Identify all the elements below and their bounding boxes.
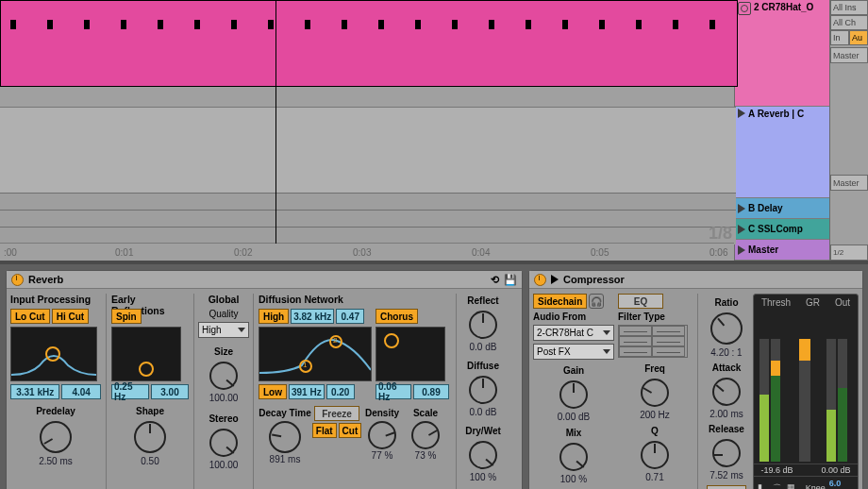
device-chain: Reverb ⟲ 💾 Input Processing Lo Cut Hi Cu… (0, 264, 868, 489)
locut-button[interactable]: Lo Cut (10, 309, 50, 324)
device-reverb: Reverb ⟲ 💾 Input Processing Lo Cut Hi Cu… (6, 270, 523, 489)
auto-button[interactable]: Auto (707, 485, 746, 489)
decay-knob[interactable] (269, 421, 301, 453)
early-amt[interactable]: 3.00 (151, 384, 189, 399)
play-icon[interactable] (738, 245, 745, 255)
diff-low-button[interactable]: Low (259, 384, 287, 399)
thresh-meter[interactable] (760, 339, 785, 462)
play-icon[interactable] (738, 204, 745, 213)
chevron-down-icon (603, 330, 610, 335)
save-icon[interactable]: 💾 (504, 274, 517, 286)
filter-type-grid[interactable] (618, 325, 688, 358)
time-ruler[interactable]: :00 0:01 0:02 0:03 0:04 0:05 0:06 (0, 243, 734, 261)
play-icon[interactable] (738, 109, 745, 118)
out-meter[interactable] (826, 339, 852, 462)
device-compressor: Compressor Sidechain 🎧 Audio From 2-CR78… (528, 270, 863, 489)
track-header-areverb[interactable]: A Reverb | C (735, 107, 829, 198)
return-lane-b[interactable] (0, 193, 736, 211)
diff-high-button[interactable]: High (259, 309, 289, 324)
automation-lane[interactable] (0, 107, 736, 194)
expand-icon[interactable] (551, 275, 559, 284)
track-header-bdelay[interactable]: B Delay (735, 198, 829, 219)
spin-button[interactable]: Spin (111, 309, 142, 324)
io-au[interactable]: Au (849, 30, 868, 45)
stereo-knob[interactable] (209, 429, 238, 457)
attack-knob[interactable] (712, 378, 741, 406)
diff-low-amt[interactable]: 0.20 (326, 384, 355, 399)
view-mode-icon[interactable]: ▦ (787, 482, 798, 489)
sc-freq-knob[interactable] (641, 379, 669, 407)
io-in[interactable]: In (830, 30, 849, 45)
track-header-master[interactable]: Master (735, 240, 829, 261)
device-title-bar[interactable]: Compressor (529, 271, 862, 289)
chevron-down-icon (603, 349, 610, 354)
reflect-knob[interactable] (469, 311, 497, 339)
play-icon[interactable] (738, 225, 745, 234)
quality-select[interactable]: High (198, 322, 249, 338)
track-header-cssl[interactable]: C SSLComp (735, 219, 829, 240)
playhead[interactable] (275, 0, 276, 244)
io-master-1[interactable]: Master (830, 47, 868, 63)
return-lane-c[interactable] (0, 210, 736, 228)
knee-value[interactable]: 6.0 dB (829, 479, 854, 489)
arrangement-view: for(let i=0;i<20;i++){document.write('<d… (0, 0, 868, 264)
input-filter-graph[interactable] (10, 327, 97, 381)
chevron-down-icon (238, 328, 245, 332)
view-mode-icon[interactable]: ▮ (758, 482, 769, 489)
device-on-button[interactable] (534, 274, 546, 286)
gr-meter (799, 339, 812, 462)
io-all-ch[interactable]: All Ch (830, 15, 868, 30)
diff-low-freq[interactable]: 391 Hz (289, 384, 325, 399)
view-mode-icon[interactable]: ⌒ (773, 482, 784, 489)
timeline-area[interactable]: for(let i=0;i<20;i++){document.write('<d… (0, 0, 734, 261)
input-freq[interactable]: 3.31 kHz (10, 384, 59, 399)
hicut-button[interactable]: Hi Cut (52, 309, 89, 324)
diff-high-amt[interactable]: 0.47 (336, 309, 364, 324)
chorus-graph[interactable] (376, 327, 445, 381)
track-fold-icon[interactable] (738, 2, 751, 15)
hotswap-icon[interactable]: ⟲ (491, 274, 499, 286)
device-title-bar[interactable]: Reverb ⟲ 💾 (7, 271, 522, 289)
freeze-button[interactable]: Freeze (314, 406, 359, 421)
eq-button[interactable]: EQ (618, 294, 663, 309)
diffuse-knob[interactable] (469, 376, 497, 404)
io-midi-val[interactable]: 1/2 (830, 244, 868, 261)
early-freq[interactable]: 0.25 Hz (111, 384, 149, 399)
chorus-amt[interactable]: 0.89 (413, 384, 449, 399)
early-graph[interactable] (111, 327, 181, 381)
tap-select[interactable]: Post FX (533, 344, 614, 360)
chorus-button[interactable]: Chorus (376, 309, 418, 324)
audio-from-select[interactable]: 2-CR78Hat C (533, 325, 614, 341)
sidechain-button[interactable]: Sidechain (533, 294, 587, 309)
input-q[interactable]: 4.04 (61, 384, 101, 399)
sc-q-knob[interactable] (641, 441, 669, 469)
drywet-knob[interactable] (469, 441, 497, 469)
grid-zoom-indicator: 1/8 (709, 224, 732, 244)
device-on-button[interactable] (11, 274, 24, 286)
cut-button[interactable]: Cut (339, 423, 362, 438)
sc-mix-knob[interactable] (559, 443, 588, 471)
compressor-meters: Thresh GR Out (753, 294, 859, 489)
sc-gain-knob[interactable] (559, 380, 588, 409)
predelay-knob[interactable] (40, 421, 72, 453)
io-all-ins[interactable]: All Ins (830, 0, 868, 15)
ratio-knob[interactable] (710, 312, 743, 345)
size-knob[interactable] (209, 362, 238, 390)
diff-high-freq[interactable]: 3.82 kHz (291, 309, 334, 324)
density-knob[interactable] (368, 421, 396, 449)
release-knob[interactable] (712, 439, 741, 467)
track-headers: 2 CR78Hat_O A Reverb | C B Delay C SSLCo… (734, 0, 829, 261)
io-column: All Ins All Ch In Au Master Master 1/2 (829, 0, 868, 261)
diff-filter-graph[interactable]: 1 2 (259, 327, 372, 381)
shape-knob[interactable] (134, 421, 166, 453)
midi-clip[interactable]: for(let i=0;i<20;i++){document.write('<d… (0, 0, 738, 87)
chorus-freq[interactable]: 0.06 Hz (376, 384, 411, 399)
headphones-icon[interactable]: 🎧 (589, 294, 604, 309)
flat-button[interactable]: Flat (312, 423, 337, 438)
track-header-hat[interactable]: 2 CR78Hat_O (735, 0, 829, 107)
scale-knob[interactable] (411, 421, 440, 449)
io-master-2[interactable]: Master (830, 175, 868, 191)
